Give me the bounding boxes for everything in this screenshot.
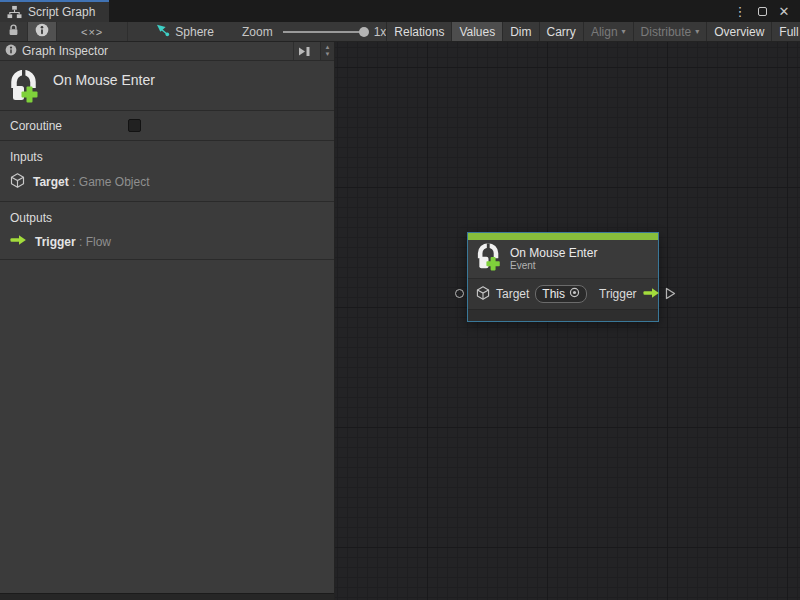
inspector-toggle-button[interactable] [28, 22, 57, 41]
unit-title: On Mouse Enter [53, 70, 155, 88]
zoom-level: 1x [374, 25, 387, 39]
outputs-header: Outputs [10, 211, 324, 225]
sitemap-icon [7, 5, 22, 19]
dim-button[interactable]: Dim [502, 22, 538, 41]
coroutine-label: Coroutine [10, 119, 128, 133]
output-connection-port[interactable] [665, 287, 676, 303]
scroll-up-icon[interactable]: ▲ [325, 44, 331, 51]
info-icon [5, 44, 17, 59]
input-port-name: Target [33, 175, 69, 189]
script-graph-window: Script Graph ⋮ ✕ [0, 0, 800, 600]
node-port-row: Target This Trigger [468, 278, 658, 309]
panel-resize-edge[interactable] [0, 593, 334, 600]
inputs-section: Inputs Target : Game Object [0, 141, 334, 202]
object-picker-icon[interactable] [569, 287, 580, 301]
lock-icon [7, 23, 20, 40]
cube-icon [476, 286, 490, 303]
node-input-label: Target [496, 287, 529, 301]
mouse-event-icon [476, 243, 501, 275]
lock-button[interactable] [0, 22, 28, 41]
cube-icon [10, 173, 25, 191]
info-icon [35, 23, 49, 40]
node-accent-bar [468, 233, 658, 240]
edit-source-button[interactable]: <×> [57, 22, 128, 41]
output-port-row: Trigger : Flow [10, 234, 324, 249]
on-mouse-enter-node[interactable]: On Mouse Enter Event Target This [467, 232, 659, 322]
script-graph-asset-icon [156, 24, 170, 40]
window-controls: ⋮ ✕ [732, 0, 800, 22]
overview-button[interactable]: Overview [706, 22, 771, 41]
input-port-type: : Game Object [72, 175, 149, 189]
view-buttons-group: Relations Values Dim Carry Align ▾ Distr… [386, 22, 800, 41]
flow-arrow-icon [643, 287, 660, 302]
zoom-slider-handle[interactable] [359, 27, 369, 37]
node-subtitle: Event [510, 260, 597, 272]
code-icon: <×> [81, 26, 103, 38]
zoom-slider[interactable] [283, 31, 365, 33]
distribute-dropdown[interactable]: Distribute ▾ [633, 22, 707, 41]
align-dropdown[interactable]: Align ▾ [583, 22, 633, 41]
graph-reference[interactable]: Sphere [156, 22, 214, 41]
tab-label: Script Graph [28, 5, 95, 19]
chevron-down-icon: ▾ [622, 27, 626, 36]
node-output-label: Trigger [599, 287, 637, 301]
graph-toolbar: <×> Sphere Zoom 1x Relations [0, 22, 800, 42]
output-port-type: : Flow [79, 235, 111, 249]
scroll-down-icon[interactable]: ▼ [325, 51, 331, 58]
zoom-label: Zoom [242, 25, 273, 39]
inspector-scroll-spinner[interactable]: ▲ ▼ [320, 42, 334, 60]
graph-name: Sphere [175, 25, 214, 39]
chevron-down-icon: ▾ [695, 27, 699, 36]
values-button[interactable]: Values [451, 22, 502, 41]
close-icon[interactable]: ✕ [776, 3, 792, 19]
window-menu-icon[interactable]: ⋮ [732, 3, 748, 19]
dock-panel-icon[interactable] [293, 42, 315, 60]
relations-button[interactable]: Relations [386, 22, 451, 41]
input-connection-port[interactable] [455, 289, 464, 298]
coroutine-row: Coroutine [0, 111, 334, 141]
flow-arrow-icon [10, 234, 27, 249]
output-port-name: Trigger [35, 235, 76, 249]
maximize-icon[interactable] [754, 3, 770, 19]
node-footer [468, 309, 658, 321]
node-title: On Mouse Enter [510, 246, 597, 260]
full-screen-button[interactable]: Full Screen [771, 22, 800, 41]
zoom-control: Zoom 1x [242, 22, 386, 41]
node-header[interactable]: On Mouse Enter Event [468, 240, 658, 278]
graph-inspector-panel: Graph Inspector ▲ ▼ [0, 42, 335, 600]
inputs-header: Inputs [10, 150, 324, 164]
tab-strip: Script Graph ⋮ ✕ [0, 0, 800, 22]
inspector-header: Graph Inspector ▲ ▼ [0, 42, 334, 61]
this-value: This [542, 287, 565, 301]
mouse-event-icon [9, 70, 39, 107]
carry-button[interactable]: Carry [539, 22, 583, 41]
tab-script-graph[interactable]: Script Graph [0, 0, 109, 22]
unit-title-section: On Mouse Enter [0, 61, 334, 111]
input-port-row: Target : Game Object [10, 173, 324, 191]
this-object-field[interactable]: This [535, 285, 587, 303]
outputs-section: Outputs Trigger : Flow [0, 202, 334, 260]
graph-canvas[interactable]: On Mouse Enter Event Target This [335, 42, 800, 600]
coroutine-checkbox[interactable] [128, 119, 141, 132]
inspector-title: Graph Inspector [22, 44, 108, 58]
